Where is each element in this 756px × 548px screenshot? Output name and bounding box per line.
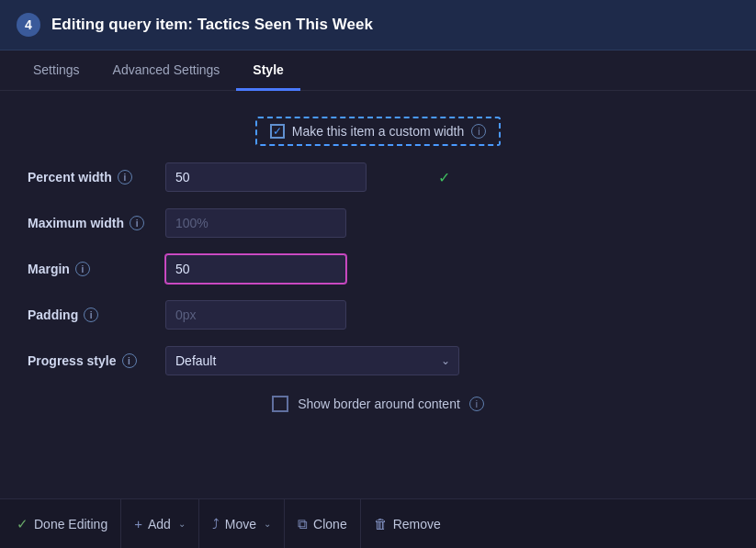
padding-input-wrapper bbox=[165, 300, 459, 330]
percent-width-input[interactable] bbox=[165, 162, 367, 192]
checkbox-check-icon: ✓ bbox=[273, 126, 282, 137]
tab-style[interactable]: Style bbox=[236, 51, 299, 91]
style-panel-content: ✓ Make this item a custom width i Percen… bbox=[0, 91, 756, 498]
percent-width-row: Percent width i ✓ bbox=[28, 162, 728, 192]
tab-advanced-settings[interactable]: Advanced Settings bbox=[96, 51, 237, 91]
custom-width-label: Make this item a custom width bbox=[292, 124, 465, 139]
add-label: Add bbox=[148, 517, 171, 531]
progress-style-label: Progress style i bbox=[28, 353, 156, 368]
margin-row: Margin i bbox=[28, 254, 728, 284]
clone-icon: ⧉ bbox=[298, 516, 308, 532]
maximum-width-input-wrapper bbox=[165, 208, 459, 238]
custom-width-checkbox[interactable]: ✓ bbox=[270, 124, 285, 139]
tabs-bar: Settings Advanced Settings Style bbox=[0, 50, 756, 91]
custom-width-dashed-border: ✓ Make this item a custom width i bbox=[255, 117, 502, 146]
trash-icon: 🗑 bbox=[374, 516, 388, 531]
remove-button[interactable]: 🗑 Remove bbox=[361, 499, 454, 548]
main-container: 4 Editing query item: Tactics Seen This … bbox=[0, 0, 756, 548]
percent-width-check-icon: ✓ bbox=[438, 169, 450, 186]
margin-label: Margin i bbox=[28, 262, 156, 276]
progress-style-select[interactable]: Default Bar Circle bbox=[165, 346, 459, 375]
move-button[interactable]: ⤴ Move ⌄ bbox=[199, 499, 285, 548]
padding-info-icon[interactable]: i bbox=[84, 308, 98, 322]
progress-style-info-icon[interactable]: i bbox=[122, 353, 137, 368]
custom-width-row: ✓ Make this item a custom width i bbox=[28, 117, 728, 146]
border-checkbox-row: Show border around content i bbox=[28, 396, 728, 412]
add-button[interactable]: + Add ⌄ bbox=[121, 499, 199, 548]
progress-style-select-wrapper: Default Bar Circle ⌄ bbox=[165, 346, 459, 375]
done-editing-check-icon: ✓ bbox=[17, 516, 28, 532]
border-checkbox[interactable] bbox=[272, 396, 288, 412]
done-editing-label: Done Editing bbox=[34, 517, 107, 531]
margin-input-wrapper bbox=[165, 254, 459, 284]
move-chevron-down-icon: ⌄ bbox=[264, 519, 271, 529]
remove-label: Remove bbox=[393, 517, 441, 531]
maximum-width-input[interactable] bbox=[165, 208, 346, 238]
border-info-icon[interactable]: i bbox=[469, 397, 484, 411]
percent-width-info-icon[interactable]: i bbox=[118, 170, 132, 185]
move-icon: ⤴ bbox=[212, 516, 220, 531]
header: 4 Editing query item: Tactics Seen This … bbox=[0, 0, 756, 50]
maximum-width-label: Maximum width i bbox=[28, 216, 156, 230]
margin-input[interactable] bbox=[165, 254, 346, 284]
progress-style-row: Progress style i Default Bar Circle ⌄ bbox=[28, 346, 728, 375]
percent-width-label: Percent width i bbox=[28, 170, 156, 185]
custom-width-info-icon[interactable]: i bbox=[471, 124, 486, 139]
header-title: Editing query item: Tactics Seen This We… bbox=[51, 16, 373, 34]
clone-button[interactable]: ⧉ Clone bbox=[285, 499, 361, 548]
padding-input[interactable] bbox=[165, 300, 346, 330]
percent-width-input-wrapper: ✓ bbox=[165, 162, 459, 192]
add-chevron-down-icon: ⌄ bbox=[178, 519, 186, 529]
maximum-width-info-icon[interactable]: i bbox=[130, 216, 144, 230]
border-checkbox-label: Show border around content bbox=[298, 397, 460, 411]
step-badge: 4 bbox=[17, 13, 40, 37]
padding-label: Padding i bbox=[28, 308, 156, 322]
margin-info-icon[interactable]: i bbox=[75, 262, 90, 276]
clone-label: Clone bbox=[313, 517, 347, 531]
tab-settings[interactable]: Settings bbox=[17, 51, 96, 91]
toolbar: ✓ Done Editing + Add ⌄ ⤴ Move ⌄ ⧉ Clone … bbox=[0, 498, 756, 548]
done-editing-button[interactable]: ✓ Done Editing bbox=[11, 499, 121, 548]
add-icon: + bbox=[134, 516, 142, 531]
maximum-width-row: Maximum width i bbox=[28, 208, 728, 238]
move-label: Move bbox=[225, 517, 256, 531]
padding-row: Padding i bbox=[28, 300, 728, 330]
